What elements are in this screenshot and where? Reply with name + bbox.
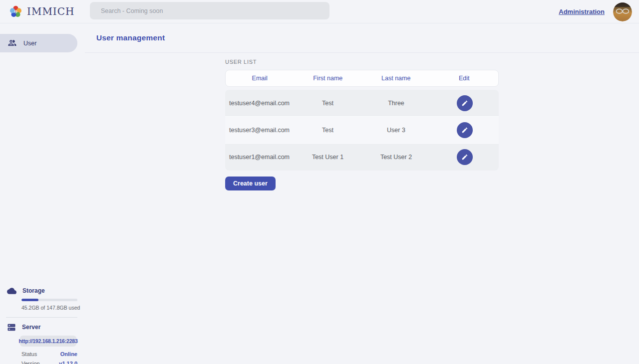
edit-user-button[interactable] xyxy=(457,149,473,165)
table-row: testuser3@email.com Test User 3 xyxy=(225,117,499,144)
table-row: testuser4@email.com Test Three xyxy=(225,90,499,117)
server-section-header: Server xyxy=(0,322,85,332)
version-value: v1.12.0 xyxy=(59,361,77,364)
table-row: testuser1@email.com Test User 1 Test Use… xyxy=(225,144,499,171)
user-first-name: Test xyxy=(294,127,362,134)
status-value: Online xyxy=(60,351,77,357)
search-bar[interactable] xyxy=(90,2,329,19)
edit-user-button[interactable] xyxy=(457,122,473,138)
page-title: User management xyxy=(96,33,165,42)
storage-section-header: Storage xyxy=(0,286,85,296)
search-input[interactable] xyxy=(90,2,329,19)
server-status-row: Status Online xyxy=(21,351,77,357)
logo-wordmark: IMMICH xyxy=(27,5,75,17)
column-header-email: Email xyxy=(226,75,294,82)
version-label: Version xyxy=(21,361,40,364)
storage-progress-fill xyxy=(21,299,38,301)
storage-title: Storage xyxy=(22,287,45,294)
title-bar: User management xyxy=(85,23,639,53)
user-list-label: USER LIST xyxy=(225,59,499,65)
column-header-last-name: Last name xyxy=(362,75,430,82)
create-user-button[interactable]: Create user xyxy=(225,177,276,190)
server-icon xyxy=(7,323,16,332)
pencil-icon xyxy=(461,100,468,107)
column-header-first-name: First name xyxy=(294,75,362,82)
edit-user-button[interactable] xyxy=(457,95,473,111)
user-first-name: Test xyxy=(294,100,362,107)
cloud-icon xyxy=(7,286,16,296)
user-avatar[interactable] xyxy=(613,2,632,21)
server-url-badge: http://192.168.1.216:2283 xyxy=(20,336,76,347)
server-title: Server xyxy=(22,324,40,331)
immich-logo: IMMICH xyxy=(0,5,81,18)
storage-usage-text: 45.2GB of 147.8GB used xyxy=(21,305,85,311)
user-last-name: User 3 xyxy=(362,127,430,134)
app-header: IMMICH Administration xyxy=(0,0,639,23)
header-right: Administration xyxy=(559,0,632,23)
server-version-row: Version v1.12.0 xyxy=(21,361,77,364)
user-last-name: Test User 2 xyxy=(362,154,430,161)
pencil-icon xyxy=(461,154,468,161)
users-group-icon xyxy=(7,38,17,48)
column-header-edit: Edit xyxy=(430,75,499,82)
storage-progress-bar xyxy=(21,299,77,301)
user-last-name: Three xyxy=(362,100,430,107)
user-first-name: Test User 1 xyxy=(294,154,362,161)
user-email: testuser1@email.com xyxy=(225,154,294,161)
main-content: USER LIST Email First name Last name Edi… xyxy=(85,53,639,364)
status-label: Status xyxy=(21,351,37,357)
administration-link[interactable]: Administration xyxy=(559,8,605,15)
user-email: testuser4@email.com xyxy=(225,100,294,107)
pencil-icon xyxy=(461,127,468,134)
footer-divider xyxy=(6,317,77,318)
immich-flower-icon xyxy=(9,5,22,18)
sidebar-item-user[interactable]: User xyxy=(0,34,77,52)
sidebar-item-label: User xyxy=(23,40,36,47)
sidebar-footer: Storage 45.2GB of 147.8GB used Server ht… xyxy=(0,283,85,364)
user-table-header: Email First name Last name Edit xyxy=(225,70,499,87)
user-table: testuser4@email.com Test Three testuser3… xyxy=(225,90,499,171)
user-email: testuser3@email.com xyxy=(225,127,294,134)
